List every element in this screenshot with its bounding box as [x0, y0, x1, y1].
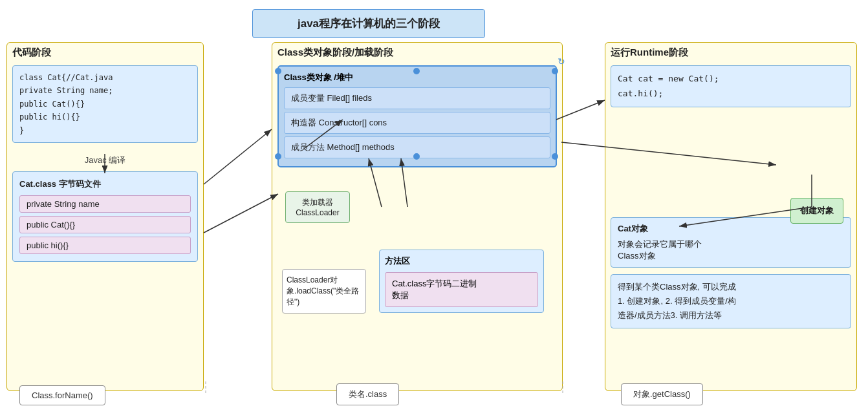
runtime-code-box: Cat cat = new Cat(); cat.hi(); — [611, 65, 851, 107]
source-line-4: public hi(){} — [19, 111, 191, 123]
source-line-1: class Cat{//Cat.java — [19, 71, 191, 84]
cat-object-box: Cat对象 对象会记录它属于哪个Class对象 — [611, 217, 851, 268]
phase-code-label: 代码阶段 — [7, 43, 203, 61]
main-title: java程序在计算机的三个阶段 — [252, 9, 485, 38]
classloader-box: 类加载器 ClassLoader — [285, 191, 350, 223]
bytecode-to-classloader-arrow — [204, 194, 278, 233]
bytecode-item-1: private String name — [19, 195, 191, 213]
create-object-label: 创建对象 — [790, 198, 843, 224]
classloader-to-classobj-arrow — [204, 129, 272, 184]
cat-object-desc: 对象会记录它属于哪个Class对象 — [618, 239, 844, 262]
cat-object-title: Cat对象 — [618, 223, 844, 235]
method-area-title: 方法区 — [385, 255, 538, 267]
desc-box: 得到某个类Class对象, 可以完成 1. 创建对象, 2. 得到成员变量/构 … — [611, 274, 851, 328]
class-obj-row-2: 构造器 Constructor[] cons — [284, 112, 550, 134]
bytecode-item-3: public hi(){} — [19, 237, 191, 254]
bytecode-box: Cat.class 字节码文件 private String name publ… — [12, 171, 198, 262]
phase-runtime: 运行Runtime阶段 Cat cat = new Cat(); cat.hi(… — [605, 42, 857, 391]
phase-class-label: Class类对象阶段/加载阶段 — [272, 43, 562, 61]
method-area-box: 方法区 Cat.class字节码二进制 数据 — [379, 250, 544, 313]
javac-label: Javac 编译 — [7, 155, 203, 166]
source-line-5: } — [19, 124, 191, 137]
phase-class: Class类对象阶段/加载阶段 Class类对象 /堆中 成员变量 Filed[… — [272, 42, 563, 391]
class-obj-row-3: 成员方法 Method[] methods — [284, 136, 550, 158]
class-obj-row-1: 成员变量 Filed[] fileds — [284, 87, 550, 109]
phase-runtime-label: 运行Runtime阶段 — [605, 43, 856, 61]
source-code-box: class Cat{//Cat.java private String name… — [12, 65, 198, 143]
source-line-3: public Cat(){} — [19, 98, 191, 111]
bytecode-title: Cat.class 字节码文件 — [19, 178, 191, 190]
classobj-to-runtime-arrow — [556, 100, 605, 120]
phase-code: 代码阶段 class Cat{//Cat.java private String… — [6, 42, 204, 391]
class-obj-title: Class类对象 /堆中 — [284, 72, 550, 83]
class-object-area: Class类对象 /堆中 成员变量 Filed[] fileds 构造器 Con… — [277, 65, 557, 167]
bottom-label-code: Class.forName() — [19, 385, 105, 405]
classloader-call-box: ClassLoader对 象.loadClass("类全路 径") — [282, 269, 366, 314]
bottom-label-runtime: 对象.getClass() — [621, 383, 703, 405]
bottom-label-class: 类名.class — [336, 383, 399, 405]
source-line-2: private String name; — [19, 84, 191, 97]
method-area-content: Cat.class字节码二进制 数据 — [385, 272, 538, 307]
bytecode-item-2: public Cat(){} — [19, 216, 191, 233]
